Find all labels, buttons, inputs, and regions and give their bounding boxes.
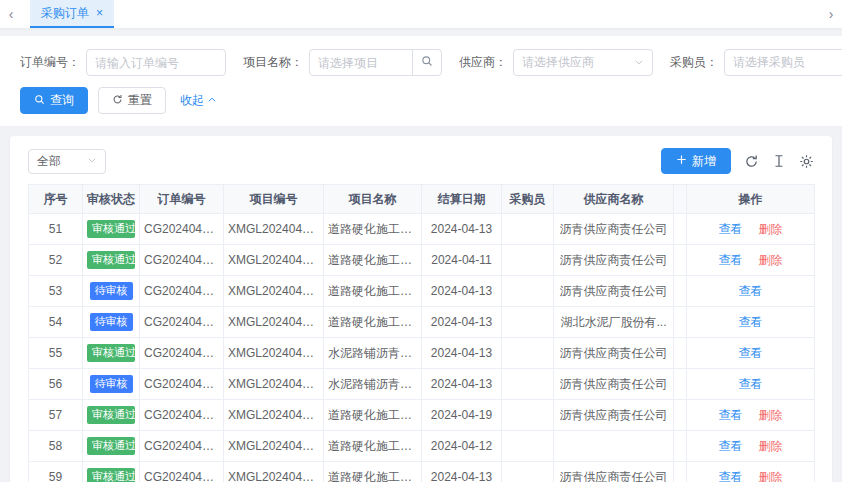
delete-link[interactable]: 删除 — [759, 439, 783, 453]
filter-actions: 查询 重置 收起 — [20, 87, 826, 114]
refresh-icon[interactable] — [744, 154, 759, 169]
view-link[interactable]: 查看 — [739, 315, 763, 329]
status-badge: 审核通过 — [87, 406, 135, 424]
settle-date-cell: 2024-04-13 — [422, 369, 502, 400]
tab-bar: ‹ 采购订单 × › — [0, 0, 842, 28]
gap-cell — [674, 338, 687, 369]
status-cell: 待审核 — [83, 307, 140, 338]
order-no-cell: CG2024041300... — [140, 400, 224, 431]
view-link[interactable]: 查看 — [719, 439, 743, 453]
project-no-cell: XMGL202404100018 — [224, 462, 324, 482]
status-badge: 待审核 — [90, 313, 133, 331]
collapse-link[interactable]: 收起 — [180, 92, 217, 109]
actions-cell: 查看 — [687, 276, 815, 307]
project-name-cell: 道路硬化施工项目 — [324, 400, 422, 431]
project-name-input-group — [309, 49, 442, 76]
status-cell: 审核通过 — [83, 214, 140, 245]
supplier-cell: 沥青供应商责任公司 — [554, 214, 674, 245]
view-link[interactable]: 查看 — [719, 408, 743, 422]
seq-cell: 52 — [29, 245, 83, 276]
tab-purchase-orders[interactable]: 采购订单 × — [30, 0, 114, 28]
status-cell: 待审核 — [83, 276, 140, 307]
tabs-scroll-right-arrow[interactable]: › — [820, 0, 842, 28]
project-no-cell: XMGL202404100018 — [224, 400, 324, 431]
reset-button-label: 重置 — [128, 92, 152, 109]
view-link[interactable]: 查看 — [739, 284, 763, 298]
supplier-cell: 沥青供应商责任公司 — [554, 245, 674, 276]
status-badge: 待审核 — [90, 282, 133, 300]
gap-cell — [674, 431, 687, 462]
gap-cell — [674, 276, 687, 307]
view-link[interactable]: 查看 — [719, 222, 743, 236]
seq-cell: 51 — [29, 214, 83, 245]
table-row: 57 审核通过 CG2024041300... XMGL202404100018… — [29, 400, 815, 431]
filter-buyer: 采购员： 请选择采购员 — [670, 49, 842, 76]
buyer-cell — [502, 400, 554, 431]
buyer-select[interactable]: 请选择采购员 — [724, 49, 842, 76]
order-no-input[interactable] — [86, 49, 226, 76]
status-cell: 审核通过 — [83, 338, 140, 369]
settle-date-cell: 2024-04-13 — [422, 307, 502, 338]
delete-link[interactable]: 删除 — [759, 408, 783, 422]
supplier-select[interactable]: 请选择供应商 — [513, 49, 653, 76]
order-no-cell: CG2024041300... — [140, 307, 224, 338]
project-name-cell: 道路硬化施工项目 — [324, 245, 422, 276]
tab-label: 采购订单 — [41, 5, 89, 22]
project-name-cell: 道路硬化施工项目 — [324, 276, 422, 307]
col-header-status: 审核状态 — [83, 185, 140, 214]
status-badge: 待审核 — [90, 375, 133, 393]
add-button[interactable]: 新增 — [661, 148, 731, 174]
table-header-row: 序号 审核状态 订单编号 项目编号 项目名称 结算日期 采购员 供应商名称 操作 — [29, 185, 815, 214]
col-header-actions: 操作 — [687, 185, 815, 214]
project-name-cell: 水泥路铺沥青改造... — [324, 369, 422, 400]
project-name-cell: 道路硬化施工项目 — [324, 462, 422, 482]
chevron-down-icon — [634, 56, 644, 70]
delete-link[interactable]: 删除 — [759, 253, 783, 267]
orders-card: 全部 新增 — [10, 136, 832, 482]
status-badge: 审核通过 — [87, 251, 135, 269]
delete-link[interactable]: 删除 — [759, 470, 783, 482]
actions-cell: 查看删除 — [687, 214, 815, 245]
buyer-label: 采购员： — [670, 54, 718, 71]
col-header-supplier: 供应商名称 — [554, 185, 674, 214]
view-link[interactable]: 查看 — [719, 253, 743, 267]
project-name-input[interactable] — [309, 49, 413, 76]
order-no-cell: CG2024041300... — [140, 338, 224, 369]
view-link[interactable]: 查看 — [739, 377, 763, 391]
search-icon — [34, 94, 45, 108]
filter-panel: 订单编号： 项目名称： 供应商： 请选择供应商 — [0, 36, 842, 126]
gap-cell — [674, 400, 687, 431]
buyer-placeholder: 请选择采购员 — [733, 54, 805, 71]
settle-date-cell: 2024-04-13 — [422, 214, 502, 245]
status-badge: 审核通过 — [87, 437, 135, 455]
table-toolbar: 全部 新增 — [28, 148, 814, 174]
reset-button[interactable]: 重置 — [98, 87, 166, 114]
col-header-settle-date: 结算日期 — [422, 185, 502, 214]
view-link[interactable]: 查看 — [739, 346, 763, 360]
plus-icon — [676, 154, 687, 168]
orders-table: 序号 审核状态 订单编号 项目编号 项目名称 结算日期 采购员 供应商名称 操作… — [28, 184, 815, 482]
seq-cell: 58 — [29, 431, 83, 462]
project-no-cell: XMGL202404110202 — [224, 369, 324, 400]
tab-close-icon[interactable]: × — [96, 6, 103, 20]
gear-icon[interactable] — [799, 154, 814, 169]
gap-cell — [674, 462, 687, 482]
row-height-icon[interactable] — [772, 154, 786, 168]
tabs-scroll-left-arrow[interactable]: ‹ — [0, 0, 22, 28]
order-no-cell: CG2024041300... — [140, 431, 224, 462]
search-button[interactable]: 查询 — [20, 87, 88, 114]
view-link[interactable]: 查看 — [719, 470, 743, 482]
supplier-cell: 湖北水泥厂股份有... — [554, 307, 674, 338]
buyer-cell — [502, 214, 554, 245]
table-row: 55 审核通过 CG2024041300... XMGL202404110202… — [29, 338, 815, 369]
col-header-project-name: 项目名称 — [324, 185, 422, 214]
order-no-cell: CG2024041300... — [140, 369, 224, 400]
chevron-up-icon — [207, 94, 217, 108]
project-no-cell: XMGL202404100018 — [224, 245, 324, 276]
scope-select[interactable]: 全部 — [28, 149, 106, 174]
supplier-cell: 沥青供应商责任公司 — [554, 338, 674, 369]
delete-link[interactable]: 删除 — [759, 222, 783, 236]
project-search-button[interactable] — [412, 49, 442, 76]
actions-cell: 查看删除 — [687, 245, 815, 276]
filter-project-name: 项目名称： — [243, 49, 442, 76]
